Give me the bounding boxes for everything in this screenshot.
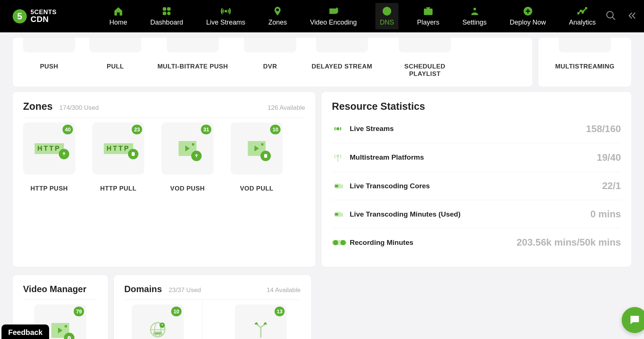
globe-icon xyxy=(382,6,392,16)
zone-http-push[interactable]: 40 HTTP HTTP PUSH xyxy=(23,118,75,192)
domains-card: Domains 23/37 Used 14 Available 10 WWW S… xyxy=(114,275,311,339)
tile-delayed[interactable]: DELAYED STREAM xyxy=(310,38,374,78)
feedback-button[interactable]: Feedback xyxy=(1,324,49,339)
tile-label: HTTP PUSH xyxy=(31,185,68,192)
zone-http-pull[interactable]: 23 HTTP HTTP PULL xyxy=(92,118,144,192)
nav-label: Settings xyxy=(462,19,487,26)
svg-point-27 xyxy=(68,337,70,339)
zone-vod-push[interactable]: 31 VOD PUSH xyxy=(161,118,214,192)
page-container: PUSH PULL MULTI-BITRATE PUSH DVR DELAYED… xyxy=(0,38,644,339)
nav-label: Dashboard xyxy=(150,19,183,26)
home-icon xyxy=(113,6,124,16)
tile-pull[interactable]: PULL xyxy=(89,38,141,78)
stat-value: 22/1 xyxy=(602,180,621,192)
domains-title: Domains xyxy=(124,284,162,294)
vod-pull-icon xyxy=(248,141,266,156)
svg-point-3 xyxy=(167,12,170,15)
stat-transcoding-minutes: Live Transcoding Minutes (Used) 0 mins xyxy=(332,200,621,228)
stat-recording-minutes: Recording Minutes 203.56k mins/50k mins xyxy=(332,228,621,256)
tile-label: DELAYED STREAM xyxy=(310,63,374,70)
svg-rect-2 xyxy=(163,12,166,15)
tile-label: PUSH xyxy=(23,63,75,70)
search-icon[interactable] xyxy=(605,10,616,23)
brand-badge: 5 xyxy=(13,9,27,23)
nav-home[interactable]: Home xyxy=(105,3,132,29)
count-badge: 10 xyxy=(171,307,182,316)
svg-text:WWW: WWW xyxy=(154,332,161,335)
pin-icon xyxy=(272,6,283,16)
nav-players[interactable]: Players xyxy=(413,3,444,29)
nav-video-encoding[interactable]: Video Encoding xyxy=(305,3,361,29)
tile-traffic-director[interactable]: 13 TRAFFIC DIRECTOR xyxy=(217,300,293,339)
top-nav: 5 5CENTS CDN Home Dashboard Live Streams… xyxy=(0,0,644,32)
brand-logo[interactable]: 5 5CENTS CDN xyxy=(13,9,57,23)
stat-label: Multistream Platforms xyxy=(350,153,424,161)
domains-available: 14 Available xyxy=(267,287,301,294)
nav-settings[interactable]: Settings xyxy=(458,3,491,29)
camera-icon xyxy=(332,210,350,219)
tile-label: DVR xyxy=(244,63,296,70)
svg-rect-0 xyxy=(163,7,166,11)
count-badge: 13 xyxy=(275,307,285,316)
count-badge: 31 xyxy=(201,125,211,134)
antenna-icon xyxy=(332,151,350,163)
tile-label: PULL xyxy=(89,63,141,70)
nav-zones[interactable]: Zones xyxy=(264,3,291,29)
camera-icon xyxy=(332,181,350,191)
tile-multibitrate[interactable]: MULTI-BITRATE PUSH xyxy=(156,38,230,78)
broadcast-icon xyxy=(221,6,231,16)
tile-simpledns[interactable]: 10 WWW SIMPLEDNS xyxy=(132,300,203,339)
analytics-icon xyxy=(577,6,587,16)
nav-deploy[interactable]: Deploy Now xyxy=(505,3,550,29)
svg-point-14 xyxy=(607,11,613,18)
collapse-icon[interactable] xyxy=(625,10,637,23)
row-vm-domains: Video Manager 79 VIDEO MANAGER Domains 2… xyxy=(13,275,631,339)
tile-scheduled[interactable]: SCHEDULED PLAYLIST xyxy=(388,38,462,78)
tile-dvr[interactable]: DVR xyxy=(244,38,296,78)
nav-label: Home xyxy=(109,19,127,26)
broadcast-icon xyxy=(332,123,350,135)
top-strip-card-right: MULTISTREAMING xyxy=(538,38,631,87)
tile-label: VOD PULL xyxy=(240,185,273,192)
nav-items: Home Dashboard Live Streams Zones Video … xyxy=(105,3,600,29)
zone-vod-pull[interactable]: 10 VOD PULL xyxy=(231,118,283,192)
tv-icon xyxy=(423,6,433,16)
brand-text: 5CENTS CDN xyxy=(31,9,57,23)
svg-rect-22 xyxy=(335,213,338,215)
resource-stats-card: Resource Statistics Live Streams 158/160… xyxy=(321,92,631,267)
svg-point-17 xyxy=(337,128,339,129)
nav-label: DNS xyxy=(380,19,394,26)
svg-rect-20 xyxy=(335,185,338,187)
svg-point-4 xyxy=(225,10,227,12)
dns-globe-icon: WWW xyxy=(149,321,167,339)
row-zones-stats: Zones 174/300 Used 126 Available 40 HTTP… xyxy=(13,92,631,267)
nav-label: Zones xyxy=(268,19,287,26)
svg-point-12 xyxy=(582,12,584,13)
svg-point-10 xyxy=(578,13,579,14)
count-badge: 23 xyxy=(132,125,142,134)
nav-label: Players xyxy=(417,19,439,26)
nav-label: Analytics xyxy=(569,19,596,26)
nav-label: Video Encoding xyxy=(310,19,357,26)
grid-icon xyxy=(161,6,172,16)
nav-analytics[interactable]: Analytics xyxy=(564,3,600,29)
svg-point-13 xyxy=(586,7,587,9)
svg-point-8 xyxy=(473,8,476,10)
plus-circle-icon xyxy=(523,6,533,16)
count-badge: 10 xyxy=(270,125,281,134)
nav-dns[interactable]: DNS xyxy=(375,3,398,29)
http-icon: HTTP xyxy=(35,143,64,154)
tile-push[interactable]: PUSH xyxy=(23,38,75,78)
stat-label: Live Transcoding Minutes (Used) xyxy=(350,210,461,218)
svg-rect-1 xyxy=(167,7,170,11)
zones-title: Zones xyxy=(23,101,53,112)
tile-multistreaming[interactable]: MULTISTREAMING xyxy=(551,38,618,70)
zones-card: Zones 174/300 Used 126 Available 40 HTTP… xyxy=(13,92,315,267)
stat-value: 0 mins xyxy=(590,208,621,220)
user-icon xyxy=(470,6,480,16)
nav-dashboard[interactable]: Dashboard xyxy=(146,3,188,29)
stat-value: 203.56k mins/50k mins xyxy=(517,237,621,248)
nav-livestreams[interactable]: Live Streams xyxy=(202,3,250,29)
top-strip-card-left: PUSH PULL MULTI-BITRATE PUSH DVR DELAYED… xyxy=(13,38,532,87)
toggle-icon xyxy=(332,239,350,246)
